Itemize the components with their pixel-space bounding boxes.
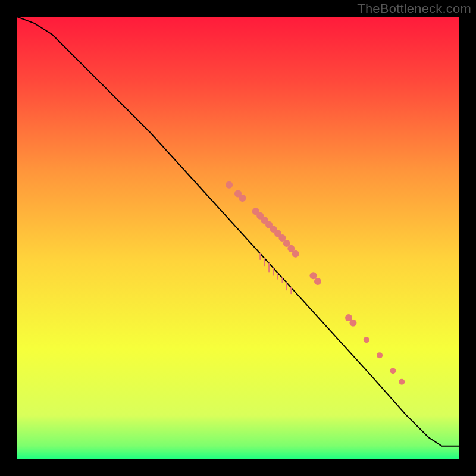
- marker-group-f: [377, 352, 383, 358]
- marker-group-b: [292, 250, 299, 258]
- marker-group-a: [239, 195, 246, 202]
- marker-group-d: [349, 320, 356, 327]
- chart-frame: TheBottleneck.com: [0, 0, 476, 476]
- marker-group-c: [309, 272, 317, 279]
- watermark-text: TheBottleneck.com: [357, 1, 471, 17]
- marker-group-e: [364, 337, 369, 343]
- plot-area: [17, 17, 459, 459]
- marker-group-g: [390, 368, 396, 374]
- marker-group-a: [226, 181, 233, 189]
- chart-background-gradient: [17, 17, 459, 459]
- chart-svg: [17, 17, 459, 459]
- marker-group-c: [314, 278, 321, 285]
- marker-group-h: [399, 379, 405, 385]
